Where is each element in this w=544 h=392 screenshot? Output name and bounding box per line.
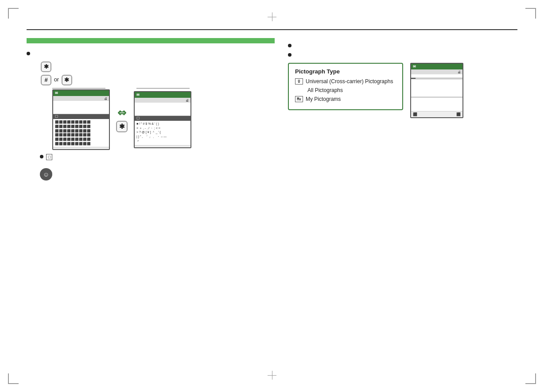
star-key2[interactable]: ✱: [62, 75, 72, 85]
symbol-screen-list-header: ☐: [135, 116, 190, 121]
next-label: ⬛: [456, 112, 461, 116]
arrow-between-screens: ⇔ ✱: [116, 107, 128, 132]
corner-mark-tr: [525, 8, 536, 19]
right-phone-screen: ✉ 🖨: [410, 63, 463, 118]
crosshair-bottom: [268, 371, 276, 380]
hash-key[interactable]: #: [41, 75, 51, 85]
right-screen-bottom: ⬛ ⬛: [411, 111, 462, 117]
right-screen-row2: [411, 98, 462, 111]
step1-container: ✱ # or ✱: [27, 61, 275, 164]
corner-mark-tl: [8, 8, 19, 19]
screens-row: ✉ 🖨: [52, 89, 275, 150]
bullet-dot: [27, 52, 30, 55]
mail-icon: ✉: [55, 91, 58, 95]
step2-container: ☺: [27, 168, 275, 181]
list-page-indicator: [459, 78, 462, 79]
pictograph-type-box: Pictograph Type U Universal (Cross-carri…: [288, 63, 403, 110]
section-title: [27, 38, 275, 43]
right-screen-text-area: [411, 74, 462, 78]
bullet-item: [27, 50, 275, 55]
star-key[interactable]: ✱: [41, 61, 51, 72]
left-column: ✱ # or ✱: [27, 38, 275, 185]
pict-screen-bottom: [53, 147, 109, 149]
symbol-screen-bottom: [135, 145, 190, 147]
symbol-screen-list-body: ■ ! " # $ % & ' ( ) × ＋ , - . / ・ ; < = …: [135, 121, 190, 145]
pict-list-number-label: [52, 87, 105, 88]
prev-label: ⬛: [413, 112, 417, 116]
pict-type-item-2: Mv My Pictograms: [295, 96, 396, 102]
ref-icon: ☐: [46, 154, 52, 160]
pict-screen-list-body: ⬛⬛⬛⬛⬛⬛⬛⬛⬛ ⬛⬛⬛⬛⬛⬛⬛⬛⬛ ⬛⬛⬛⬛⬛⬛⬛⬛⬛ ⬛⬛⬛⬛⬛⬛⬛⬛⬛ …: [53, 119, 109, 147]
right-column: Pictograph Type U Universal (Cross-carri…: [288, 38, 517, 185]
right-screen-title: ✉: [411, 64, 462, 69]
right-screen-addr: 🖨: [411, 69, 462, 74]
pict-type-item-1: All Pictographs: [295, 87, 396, 93]
pict-screen-list-header: ☐: [53, 114, 109, 119]
pict-type-item-0: U Universal (Cross-carrier) Pictographs: [295, 78, 396, 85]
symbol-screen-addr: 🖨: [135, 98, 190, 103]
step2-content: ☺: [40, 168, 275, 181]
list-log-tab[interactable]: [411, 78, 416, 79]
open-symbol-text: # or ✱: [40, 75, 275, 85]
rb-dot1: [288, 44, 291, 47]
functions-note: ☐: [40, 154, 275, 160]
right-screen-row1: [411, 79, 462, 97]
symbol-screen-title: ✉: [135, 92, 190, 98]
rb-dot2: [288, 53, 291, 57]
symbol-list-number-label: [136, 87, 190, 88]
star-key-diagram[interactable]: ✱: [116, 121, 128, 132]
symbol-screen-body: [135, 103, 190, 116]
pict-icon-mv: Mv: [295, 96, 303, 102]
mail-icon2: ✉: [136, 93, 140, 97]
fn-bullet: [40, 155, 43, 158]
pict-type-title: Pictograph Type: [295, 68, 396, 75]
mail-icon3: ✉: [413, 65, 416, 69]
crosshair-top: [268, 12, 276, 21]
step1-content: ✱ # or ✱: [40, 61, 275, 164]
step2-icon[interactable]: ☺: [40, 168, 52, 181]
section-header: [27, 27, 517, 30]
open-pictograph-text: ✱: [40, 61, 275, 72]
symbol-screen: ✉ 🖨: [134, 91, 191, 148]
right-bullets: [288, 42, 517, 57]
pict-screen-title: ✉: [53, 90, 109, 96]
diagram-wrapper: ✉ 🖨: [52, 87, 275, 150]
right-bullet-1: [288, 42, 517, 47]
right-content-row: Pictograph Type U Universal (Cross-carri…: [288, 63, 517, 118]
pict-screen: ✉ 🖨: [52, 89, 110, 150]
pict-screen-body: [53, 101, 109, 114]
pict-screen-addr: 🖨: [53, 96, 109, 101]
corner-mark-br: [525, 373, 536, 384]
corner-mark-bl: [8, 373, 19, 384]
pict-icon-u: U: [295, 78, 303, 85]
right-bullet-2: [288, 51, 517, 57]
intro-bullets: [27, 50, 275, 55]
left-right-arrows: ⇔: [117, 107, 126, 119]
